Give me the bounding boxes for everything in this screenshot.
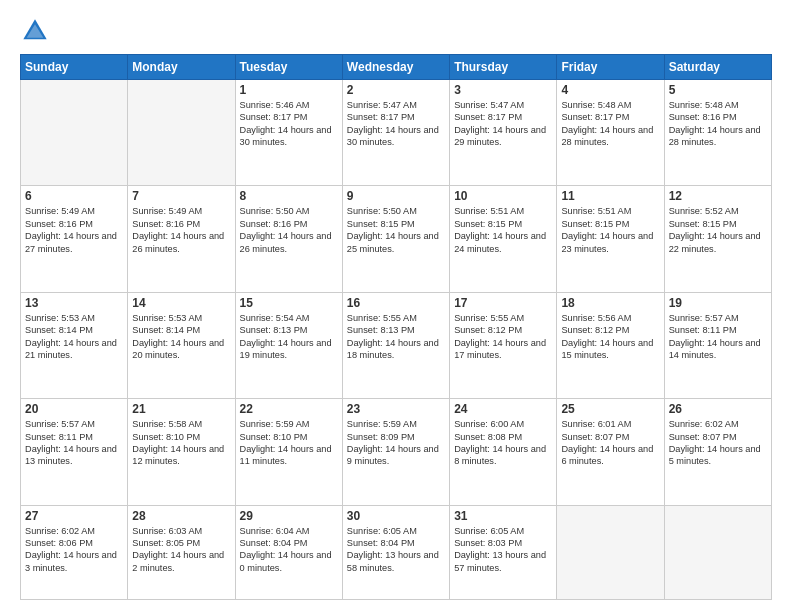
day-number: 4 xyxy=(561,83,659,97)
cell-content: Sunrise: 5:49 AM Sunset: 8:16 PM Dayligh… xyxy=(25,205,123,255)
calendar-cell: 4Sunrise: 5:48 AM Sunset: 8:17 PM Daylig… xyxy=(557,80,664,186)
calendar-cell: 23Sunrise: 5:59 AM Sunset: 8:09 PM Dayli… xyxy=(342,399,449,505)
day-number: 16 xyxy=(347,296,445,310)
cell-content: Sunrise: 6:03 AM Sunset: 8:05 PM Dayligh… xyxy=(132,525,230,575)
cell-content: Sunrise: 6:05 AM Sunset: 8:04 PM Dayligh… xyxy=(347,525,445,575)
cell-content: Sunrise: 6:02 AM Sunset: 8:06 PM Dayligh… xyxy=(25,525,123,575)
calendar-cell xyxy=(557,505,664,599)
cell-content: Sunrise: 5:53 AM Sunset: 8:14 PM Dayligh… xyxy=(25,312,123,362)
calendar-cell: 25Sunrise: 6:01 AM Sunset: 8:07 PM Dayli… xyxy=(557,399,664,505)
day-number: 8 xyxy=(240,189,338,203)
calendar-cell: 22Sunrise: 5:59 AM Sunset: 8:10 PM Dayli… xyxy=(235,399,342,505)
calendar-cell: 29Sunrise: 6:04 AM Sunset: 8:04 PM Dayli… xyxy=(235,505,342,599)
calendar-cell: 30Sunrise: 6:05 AM Sunset: 8:04 PM Dayli… xyxy=(342,505,449,599)
page: SundayMondayTuesdayWednesdayThursdayFrid… xyxy=(0,0,792,612)
calendar-cell: 3Sunrise: 5:47 AM Sunset: 8:17 PM Daylig… xyxy=(450,80,557,186)
cell-content: Sunrise: 5:55 AM Sunset: 8:12 PM Dayligh… xyxy=(454,312,552,362)
calendar-cell: 6Sunrise: 5:49 AM Sunset: 8:16 PM Daylig… xyxy=(21,186,128,292)
logo-icon xyxy=(20,16,50,46)
calendar-cell: 19Sunrise: 5:57 AM Sunset: 8:11 PM Dayli… xyxy=(664,292,771,398)
calendar-day-header: Tuesday xyxy=(235,55,342,80)
day-number: 21 xyxy=(132,402,230,416)
day-number: 9 xyxy=(347,189,445,203)
calendar-cell xyxy=(664,505,771,599)
day-number: 23 xyxy=(347,402,445,416)
cell-content: Sunrise: 5:48 AM Sunset: 8:16 PM Dayligh… xyxy=(669,99,767,149)
day-number: 7 xyxy=(132,189,230,203)
calendar-cell: 16Sunrise: 5:55 AM Sunset: 8:13 PM Dayli… xyxy=(342,292,449,398)
calendar-day-header: Wednesday xyxy=(342,55,449,80)
cell-content: Sunrise: 5:50 AM Sunset: 8:16 PM Dayligh… xyxy=(240,205,338,255)
cell-content: Sunrise: 5:53 AM Sunset: 8:14 PM Dayligh… xyxy=(132,312,230,362)
calendar-header-row: SundayMondayTuesdayWednesdayThursdayFrid… xyxy=(21,55,772,80)
cell-content: Sunrise: 5:57 AM Sunset: 8:11 PM Dayligh… xyxy=(669,312,767,362)
day-number: 24 xyxy=(454,402,552,416)
day-number: 18 xyxy=(561,296,659,310)
day-number: 17 xyxy=(454,296,552,310)
cell-content: Sunrise: 6:05 AM Sunset: 8:03 PM Dayligh… xyxy=(454,525,552,575)
calendar-cell: 28Sunrise: 6:03 AM Sunset: 8:05 PM Dayli… xyxy=(128,505,235,599)
calendar-cell xyxy=(128,80,235,186)
day-number: 19 xyxy=(669,296,767,310)
calendar-cell: 2Sunrise: 5:47 AM Sunset: 8:17 PM Daylig… xyxy=(342,80,449,186)
calendar-cell: 20Sunrise: 5:57 AM Sunset: 8:11 PM Dayli… xyxy=(21,399,128,505)
calendar-week-row: 13Sunrise: 5:53 AM Sunset: 8:14 PM Dayli… xyxy=(21,292,772,398)
calendar-cell xyxy=(21,80,128,186)
cell-content: Sunrise: 6:04 AM Sunset: 8:04 PM Dayligh… xyxy=(240,525,338,575)
cell-content: Sunrise: 6:02 AM Sunset: 8:07 PM Dayligh… xyxy=(669,418,767,468)
calendar-cell: 10Sunrise: 5:51 AM Sunset: 8:15 PM Dayli… xyxy=(450,186,557,292)
day-number: 15 xyxy=(240,296,338,310)
calendar-cell: 9Sunrise: 5:50 AM Sunset: 8:15 PM Daylig… xyxy=(342,186,449,292)
header xyxy=(20,16,772,46)
calendar-cell: 21Sunrise: 5:58 AM Sunset: 8:10 PM Dayli… xyxy=(128,399,235,505)
calendar-week-row: 1Sunrise: 5:46 AM Sunset: 8:17 PM Daylig… xyxy=(21,80,772,186)
cell-content: Sunrise: 5:48 AM Sunset: 8:17 PM Dayligh… xyxy=(561,99,659,149)
calendar-day-header: Monday xyxy=(128,55,235,80)
calendar-cell: 1Sunrise: 5:46 AM Sunset: 8:17 PM Daylig… xyxy=(235,80,342,186)
calendar-day-header: Sunday xyxy=(21,55,128,80)
day-number: 31 xyxy=(454,509,552,523)
day-number: 11 xyxy=(561,189,659,203)
day-number: 5 xyxy=(669,83,767,97)
cell-content: Sunrise: 5:46 AM Sunset: 8:17 PM Dayligh… xyxy=(240,99,338,149)
cell-content: Sunrise: 5:59 AM Sunset: 8:10 PM Dayligh… xyxy=(240,418,338,468)
day-number: 12 xyxy=(669,189,767,203)
day-number: 25 xyxy=(561,402,659,416)
cell-content: Sunrise: 5:51 AM Sunset: 8:15 PM Dayligh… xyxy=(561,205,659,255)
cell-content: Sunrise: 5:52 AM Sunset: 8:15 PM Dayligh… xyxy=(669,205,767,255)
cell-content: Sunrise: 5:47 AM Sunset: 8:17 PM Dayligh… xyxy=(347,99,445,149)
logo xyxy=(20,16,54,46)
cell-content: Sunrise: 5:55 AM Sunset: 8:13 PM Dayligh… xyxy=(347,312,445,362)
calendar-cell: 27Sunrise: 6:02 AM Sunset: 8:06 PM Dayli… xyxy=(21,505,128,599)
calendar-cell: 26Sunrise: 6:02 AM Sunset: 8:07 PM Dayli… xyxy=(664,399,771,505)
calendar-cell: 17Sunrise: 5:55 AM Sunset: 8:12 PM Dayli… xyxy=(450,292,557,398)
calendar-week-row: 6Sunrise: 5:49 AM Sunset: 8:16 PM Daylig… xyxy=(21,186,772,292)
calendar-cell: 8Sunrise: 5:50 AM Sunset: 8:16 PM Daylig… xyxy=(235,186,342,292)
day-number: 14 xyxy=(132,296,230,310)
day-number: 26 xyxy=(669,402,767,416)
calendar-cell: 13Sunrise: 5:53 AM Sunset: 8:14 PM Dayli… xyxy=(21,292,128,398)
day-number: 1 xyxy=(240,83,338,97)
calendar-cell: 11Sunrise: 5:51 AM Sunset: 8:15 PM Dayli… xyxy=(557,186,664,292)
day-number: 2 xyxy=(347,83,445,97)
cell-content: Sunrise: 5:59 AM Sunset: 8:09 PM Dayligh… xyxy=(347,418,445,468)
calendar-cell: 18Sunrise: 5:56 AM Sunset: 8:12 PM Dayli… xyxy=(557,292,664,398)
calendar-day-header: Saturday xyxy=(664,55,771,80)
day-number: 13 xyxy=(25,296,123,310)
calendar-day-header: Friday xyxy=(557,55,664,80)
day-number: 20 xyxy=(25,402,123,416)
day-number: 3 xyxy=(454,83,552,97)
day-number: 30 xyxy=(347,509,445,523)
calendar-cell: 7Sunrise: 5:49 AM Sunset: 8:16 PM Daylig… xyxy=(128,186,235,292)
calendar-cell: 14Sunrise: 5:53 AM Sunset: 8:14 PM Dayli… xyxy=(128,292,235,398)
cell-content: Sunrise: 6:00 AM Sunset: 8:08 PM Dayligh… xyxy=(454,418,552,468)
calendar-week-row: 20Sunrise: 5:57 AM Sunset: 8:11 PM Dayli… xyxy=(21,399,772,505)
cell-content: Sunrise: 5:50 AM Sunset: 8:15 PM Dayligh… xyxy=(347,205,445,255)
calendar-cell: 5Sunrise: 5:48 AM Sunset: 8:16 PM Daylig… xyxy=(664,80,771,186)
cell-content: Sunrise: 5:54 AM Sunset: 8:13 PM Dayligh… xyxy=(240,312,338,362)
cell-content: Sunrise: 5:57 AM Sunset: 8:11 PM Dayligh… xyxy=(25,418,123,468)
day-number: 10 xyxy=(454,189,552,203)
cell-content: Sunrise: 5:49 AM Sunset: 8:16 PM Dayligh… xyxy=(132,205,230,255)
calendar-cell: 12Sunrise: 5:52 AM Sunset: 8:15 PM Dayli… xyxy=(664,186,771,292)
cell-content: Sunrise: 5:56 AM Sunset: 8:12 PM Dayligh… xyxy=(561,312,659,362)
